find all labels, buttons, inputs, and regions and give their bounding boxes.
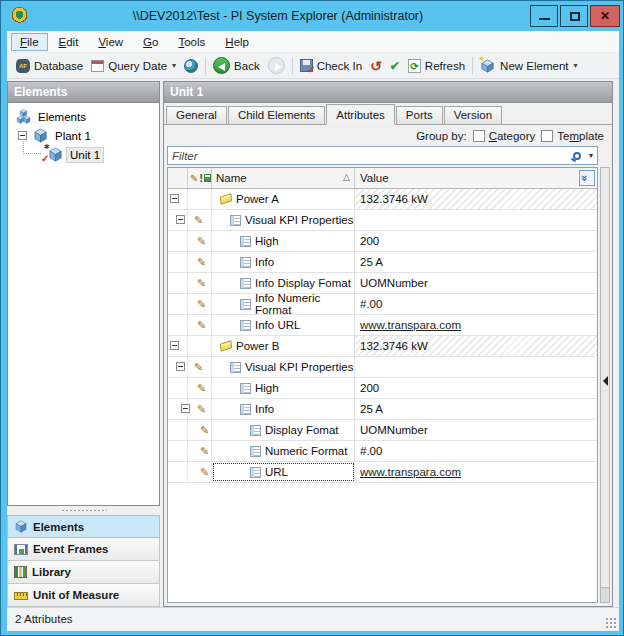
nav-unit-of-measure[interactable]: Unit of Measure [7,584,160,607]
tab-general[interactable]: General [166,106,227,124]
check-in-button[interactable]: ✓ Check In [296,57,366,74]
attribute-row[interactable]: Power A132.3746 kW [168,189,597,210]
attribute-name-cell[interactable]: Info Numeric Format [212,294,355,314]
attribute-row[interactable]: ✎Info Numeric Format#.00 [168,294,597,315]
nav-library[interactable]: Library [7,561,160,584]
close-button[interactable]: ✕ [590,5,620,27]
section-nav: ElementsEvent FramesLibraryUnit of Measu… [7,515,160,607]
filter-dropdown-icon[interactable]: ▾ [589,151,593,160]
menu-help[interactable]: Help [216,33,258,51]
pencil-cell: ✎ [188,273,212,293]
attribute-name-cell[interactable]: Display Fomat [212,420,355,440]
attribute-value-cell[interactable]: UOMNumber [355,273,597,293]
attribute-table-icon [240,320,251,331]
attribute-value-cell[interactable]: www.transpara.com [355,315,597,335]
attribute-name-cell[interactable]: Info URL [212,315,355,335]
expander-icon[interactable] [176,362,185,371]
template-checkbox[interactable] [541,130,553,142]
app-icon[interactable] [11,7,28,24]
expander-icon[interactable] [181,404,190,413]
forward-button[interactable] [264,55,289,76]
menu-edit[interactable]: Edit [50,33,88,51]
error-column-icon[interactable]: ! [199,173,202,184]
attribute-row[interactable]: ✎High200 [168,231,597,252]
expander-icon[interactable] [170,194,179,203]
database-button[interactable]: AF Database [12,57,87,75]
attribute-value-cell[interactable]: 200 [355,231,597,251]
attribute-name-cell[interactable]: High [212,378,355,398]
attribute-name: High [255,382,279,394]
attribute-name-cell[interactable]: Info Display Fomat [212,273,355,293]
attribute-name-cell[interactable]: Numeric Format [212,441,355,461]
attribute-value-cell[interactable]: #.00 [355,294,597,314]
attributes-grid: ✎ ! Name △ Value » [167,167,598,603]
query-date-dropdown-icon[interactable]: ▾ [172,61,176,70]
apply-button[interactable]: ✔ [386,57,404,75]
attribute-value-cell[interactable]: #.00 [355,441,597,461]
undo-checkout-button[interactable]: ↺ [366,57,386,75]
nav-event-frames[interactable]: Event Frames [7,538,160,561]
collapsed-panel-splitter[interactable] [600,167,610,603]
menu-file[interactable]: File [11,33,48,51]
attribute-value-cell[interactable]: www.transpara.com [355,462,597,482]
menu-go[interactable]: Go [134,33,167,51]
tab-attributes[interactable]: Attributes [326,104,395,125]
tab-ports[interactable]: Ports [396,106,443,124]
attribute-value-cell[interactable]: 200 [355,378,597,398]
attribute-name-cell[interactable]: URL [212,462,355,482]
new-element-button[interactable]: ✦ New Element ▾ [476,56,581,75]
minimize-button[interactable] [530,5,558,27]
attribute-name-cell[interactable]: Info [212,399,355,419]
attribute-name-cell[interactable]: Visual KPI Properties [212,210,355,230]
attribute-row[interactable]: ✎Info URLwww.transpara.com [168,315,597,336]
name-column-header[interactable]: Name △ [212,168,355,188]
tree-node-unit-1[interactable]: ✓ ✱ Unit 1 [8,145,159,164]
attribute-row[interactable]: ✎Info25 A [168,399,597,420]
attribute-value-cell[interactable]: 25 A [355,399,597,419]
expander-icon[interactable] [170,341,179,350]
value-column-header[interactable]: Value » [355,168,597,188]
attribute-value-cell[interactable]: 25 A [355,252,597,272]
menu-view[interactable]: View [89,33,132,51]
maximize-button[interactable] [560,5,588,27]
attribute-name-cell[interactable]: Visual KPI Properties [212,357,355,377]
pencil-column-icon[interactable]: ✎ [190,173,198,184]
attribute-row[interactable]: ✎Visual KPI Properties [168,357,597,378]
query-date-button[interactable]: Query Date ▾ [87,58,180,74]
category-checkbox[interactable] [473,130,485,142]
launch-visualization-button[interactable] [180,57,202,75]
attribute-row[interactable]: ✎Info Display FomatUOMNumber [168,273,597,294]
attribute-value-cell[interactable] [355,210,597,230]
nav-elements[interactable]: Elements [7,515,160,538]
search-icon[interactable] [573,152,581,160]
value-status-column-icon[interactable] [204,174,211,182]
attribute-row[interactable]: ✎High200 [168,378,597,399]
refresh-button[interactable]: ⟳ Refresh [404,57,469,75]
filter-input[interactable] [168,150,573,162]
tab-version[interactable]: Version [444,106,502,124]
tree-node-elements[interactable]: Elements [8,107,159,126]
attribute-name-cell[interactable]: High [212,231,355,251]
nav-splitter[interactable] [7,506,160,515]
menu-tools[interactable]: Tools [169,33,214,51]
expander-icon[interactable] [176,215,185,224]
back-label: Back [234,60,260,72]
attribute-name-cell[interactable]: Power B [212,336,355,356]
attribute-row[interactable]: ✎URLwww.transpara.com [168,462,597,483]
attribute-name-cell[interactable]: Info [212,252,355,272]
new-element-dropdown-icon[interactable]: ▾ [574,61,578,70]
tab-child-elements[interactable]: Child Elements [228,106,325,124]
column-chooser-button[interactable]: » [579,170,595,186]
attribute-row[interactable]: ✎Info25 A [168,252,597,273]
attribute-name-cell[interactable]: Power A [212,189,355,209]
attribute-value-cell[interactable]: 132.3746 kW [355,189,597,209]
back-button[interactable]: Back [209,55,264,76]
attribute-row[interactable]: ✎Numeric Format#.00 [168,441,597,462]
attribute-row[interactable]: ✎Visual KPI Properties [168,210,597,231]
attribute-value-cell[interactable]: 132.3746 kW [355,336,597,356]
attribute-row[interactable]: Power B132.3746 kW [168,336,597,357]
attribute-value-cell[interactable] [355,357,597,377]
resize-grip[interactable] [605,617,617,629]
attribute-value-cell[interactable]: UOMNumber [355,420,597,440]
attribute-row[interactable]: ✎Display FomatUOMNumber [168,420,597,441]
